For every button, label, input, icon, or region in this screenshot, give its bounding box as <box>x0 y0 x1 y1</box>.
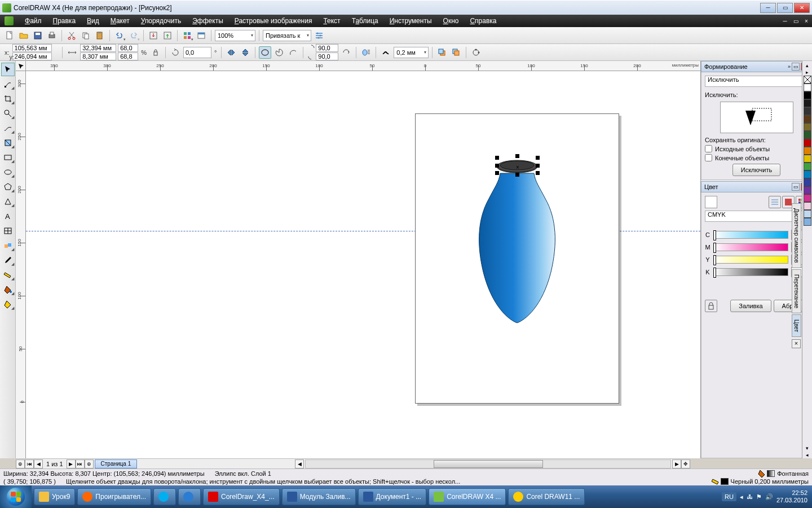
text-tool[interactable]: A <box>1 209 15 223</box>
start-angle-input[interactable] <box>316 44 338 52</box>
menu-view[interactable]: Вид <box>81 16 105 26</box>
y-position-input[interactable] <box>12 52 52 60</box>
hscroll-left-button[interactable]: ◀ <box>295 459 304 468</box>
color-swatch[interactable] <box>804 91 811 99</box>
color-swatch[interactable] <box>804 194 811 202</box>
last-page-button[interactable]: ⏭ <box>76 459 85 468</box>
height-input[interactable] <box>80 52 116 60</box>
color-swatch[interactable] <box>804 202 811 210</box>
table-tool[interactable] <box>1 224 15 238</box>
cyan-slider[interactable] <box>713 231 788 239</box>
source-objects-checkbox[interactable]: Исходные объекты <box>705 145 808 152</box>
color-sliders-tab[interactable] <box>769 196 781 208</box>
color-tab[interactable]: Цвет <box>792 314 801 337</box>
viewport[interactable]: × <box>26 71 700 458</box>
direction-button[interactable] <box>340 46 352 59</box>
task-explorer[interactable]: Урок9 <box>34 488 75 505</box>
selection-handle[interactable] <box>536 156 540 160</box>
task-word2[interactable]: Документ1 - ... <box>358 488 427 505</box>
first-page-button[interactable]: ⏮ <box>25 459 34 468</box>
task-coreldraw11[interactable]: Corel DRAW11 ... <box>508 488 585 505</box>
color-swatch[interactable] <box>804 218 811 226</box>
interactive-fill-tool[interactable]: ◢ <box>1 297 15 311</box>
window-maximize-button[interactable]: ▭ <box>777 3 793 13</box>
docker-collapse-icon[interactable]: » <box>788 64 791 69</box>
snap-combo[interactable]: Привязать к <box>263 30 311 41</box>
scale-y-input[interactable] <box>118 52 138 60</box>
yellow-slider[interactable] <box>713 256 788 264</box>
mirror-h-button[interactable] <box>225 46 237 59</box>
fill-button[interactable]: Заливка <box>730 300 771 312</box>
color-swatch[interactable] <box>804 139 811 147</box>
palette-menu-arrow[interactable]: ▸ <box>806 69 809 76</box>
menu-window[interactable]: Окно <box>438 16 465 26</box>
menu-tools[interactable]: Инструменты <box>384 16 438 26</box>
menu-edit[interactable]: Правка <box>47 16 82 26</box>
task-pdf[interactable]: CorelDraw_X4_... <box>203 488 280 505</box>
open-button[interactable] <box>17 29 30 42</box>
ellipse-button[interactable] <box>259 46 271 59</box>
mdi-restore-button[interactable]: ▭ <box>791 17 800 25</box>
zoom-tool[interactable]: ◢ <box>1 107 15 120</box>
menu-file[interactable]: Файл <box>19 16 47 26</box>
cut-button[interactable] <box>65 29 78 42</box>
outline-tool[interactable]: ◢ <box>1 268 15 282</box>
hscroll-track[interactable] <box>305 459 671 468</box>
paste-button[interactable] <box>94 29 106 42</box>
polygon-tool[interactable]: ◢ <box>1 180 15 194</box>
import-button[interactable] <box>147 29 160 42</box>
start-button[interactable] <box>0 485 32 508</box>
color-swatch[interactable] <box>804 123 811 131</box>
palette-up-arrow[interactable]: ▴ <box>806 62 809 69</box>
color-swatch[interactable] <box>804 210 811 218</box>
shaping-operation-select[interactable]: Исключить <box>705 76 808 87</box>
smart-fill-tool[interactable]: ◢ <box>1 136 15 150</box>
color-swatch[interactable] <box>804 115 811 123</box>
taskbar-clock[interactable]: 22:5227.03.2010 <box>776 489 807 504</box>
window-minimize-button[interactable]: ─ <box>760 3 776 13</box>
crop-tool[interactable]: ◢ <box>1 92 15 106</box>
docker-undock-button[interactable]: ▭ <box>792 63 800 71</box>
width-input[interactable] <box>80 44 116 52</box>
menu-layout[interactable]: Макет <box>105 16 135 26</box>
selection-handle[interactable] <box>536 171 540 175</box>
pie-button[interactable] <box>273 46 285 59</box>
x-position-input[interactable] <box>12 44 52 52</box>
shape-tool[interactable]: ◢ <box>1 77 15 91</box>
task-word1[interactable]: Модуль Залив... <box>282 488 356 505</box>
eyedropper-tool[interactable]: ◢ <box>1 253 15 267</box>
tray-show-hidden-icon[interactable]: ◂ <box>740 493 743 501</box>
wrap-text-button[interactable] <box>360 46 372 59</box>
menu-bitmaps[interactable]: Растровые изображения <box>229 16 318 26</box>
mdi-close-button[interactable]: × <box>802 17 811 25</box>
rectangle-tool[interactable]: ◢ <box>1 151 15 164</box>
shaping-docker-title[interactable]: Формирование » ▭ × <box>701 61 812 72</box>
color-swatch[interactable] <box>804 147 811 155</box>
menu-effects[interactable]: Эффекты <box>187 16 229 26</box>
lock-ratio-button[interactable] <box>149 46 162 59</box>
color-swatch[interactable] <box>804 178 811 186</box>
stroke-swatch[interactable] <box>721 478 729 485</box>
vtabs-close-button[interactable]: × <box>792 339 801 348</box>
blend-tab[interactable]: Перетекание <box>792 269 801 313</box>
to-back-button[interactable] <box>450 46 462 59</box>
freehand-tool[interactable]: ◢ <box>1 121 15 135</box>
print-button[interactable] <box>46 29 58 42</box>
options-button[interactable] <box>313 29 325 42</box>
color-swatch[interactable] <box>804 170 811 178</box>
tray-flag-icon[interactable]: ⚑ <box>756 493 762 501</box>
magenta-slider[interactable] <box>713 243 788 251</box>
color-swatch[interactable] <box>804 131 811 139</box>
no-color-swatch[interactable] <box>804 76 811 84</box>
copy-button[interactable] <box>80 29 92 42</box>
hscroll-right-button[interactable]: ▶ <box>672 459 681 468</box>
vertical-ruler[interactable]: 300250200150100500 <box>16 71 26 458</box>
fill-tool[interactable]: ◢ <box>1 283 15 296</box>
color-swatch[interactable] <box>804 163 811 170</box>
selection-handle[interactable] <box>515 173 519 177</box>
palette-down-arrow[interactable]: ▾ <box>806 445 809 452</box>
black-slider[interactable] <box>713 268 788 276</box>
color-swatch[interactable] <box>804 107 811 115</box>
to-front-button[interactable] <box>436 46 448 59</box>
interactive-tool[interactable]: ◢ <box>1 239 15 252</box>
